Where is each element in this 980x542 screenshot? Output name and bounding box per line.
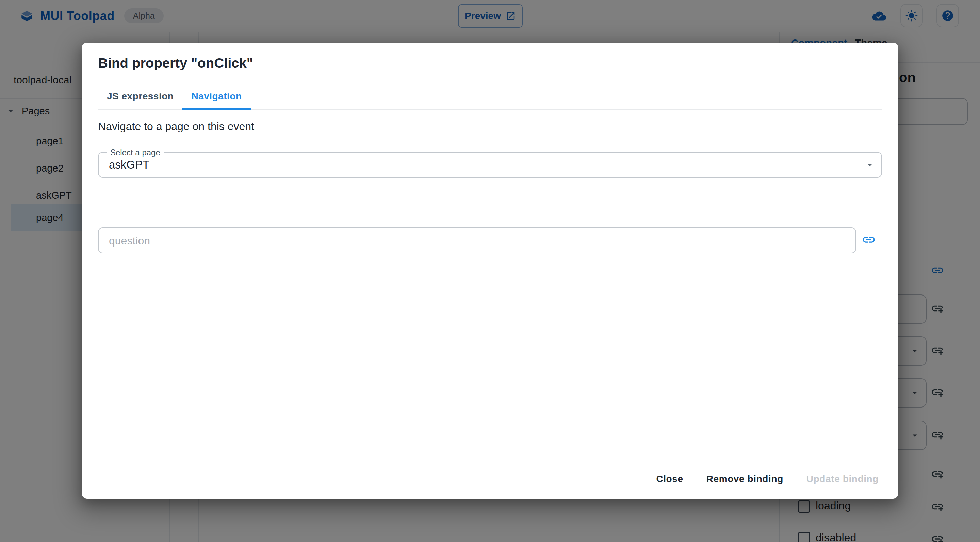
dialog-title: Bind property "onClick" — [98, 56, 253, 71]
page-select-value: askGPT — [109, 158, 150, 171]
page-select-label: Select a page — [107, 148, 164, 157]
tab-js-expression[interactable]: JS expression — [98, 83, 182, 109]
question-param-input[interactable] — [108, 228, 824, 253]
bind-property-dialog: Bind property "onClick" JS expression Na… — [82, 43, 898, 499]
bind-param-button[interactable] — [862, 233, 876, 247]
chevron-down-icon — [864, 160, 875, 171]
dialog-actions: Close Remove binding Update binding — [648, 468, 887, 490]
update-binding-button[interactable]: Update binding — [798, 468, 887, 490]
dialog-tabs: JS expression Navigation — [98, 83, 882, 110]
toolpad-app: MUI Toolpad Alpha Preview — [0, 0, 980, 542]
close-button[interactable]: Close — [648, 468, 691, 490]
tab-navigation[interactable]: Navigation — [182, 83, 250, 109]
remove-binding-button[interactable]: Remove binding — [698, 468, 791, 490]
dialog-description: Navigate to a page on this event — [98, 120, 254, 133]
link-icon — [862, 233, 876, 247]
param-field — [98, 228, 856, 253]
page-select[interactable]: Select a page askGPT — [98, 152, 882, 178]
